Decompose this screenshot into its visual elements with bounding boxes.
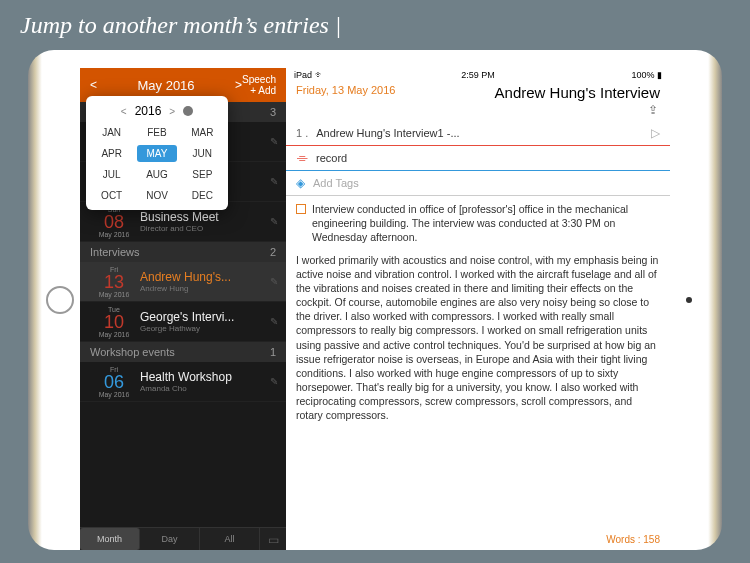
clock: 2:59 PM bbox=[461, 70, 495, 80]
banner-text: Jump to another month’s entries | bbox=[20, 12, 341, 39]
month-cell-may[interactable]: MAY bbox=[137, 145, 176, 162]
screen: < May 2016 > Speech + Add Group Meetings… bbox=[80, 68, 670, 550]
month-cell-feb[interactable]: FEB bbox=[137, 124, 176, 141]
edit-icon[interactable]: ✎ bbox=[270, 216, 278, 227]
tags-placeholder: Add Tags bbox=[313, 177, 359, 189]
today-dot-icon[interactable] bbox=[183, 106, 193, 116]
tab-month[interactable]: Month bbox=[80, 528, 140, 550]
prev-month-icon[interactable]: < bbox=[90, 78, 97, 92]
month-cell-apr[interactable]: APR bbox=[92, 145, 131, 162]
next-year-icon[interactable]: > bbox=[169, 106, 175, 117]
home-button[interactable] bbox=[46, 286, 74, 314]
entry-date: Tue10May 2016 bbox=[88, 306, 140, 338]
track-number: 1 . bbox=[296, 127, 308, 139]
year-value: 2016 bbox=[135, 104, 162, 118]
record-label: record bbox=[316, 152, 347, 164]
camera-dot bbox=[686, 297, 692, 303]
play-icon[interactable]: ▷ bbox=[651, 126, 660, 140]
view-tabs: MonthDayAll ▭ bbox=[80, 527, 286, 550]
mic-icon: ⌯ bbox=[296, 151, 308, 165]
ipad-frame: < May 2016 > Speech + Add Group Meetings… bbox=[28, 50, 722, 550]
entry-info: Andrew Hung's...Andrew Hung bbox=[140, 270, 270, 293]
share-icon[interactable]: ⇪ bbox=[286, 103, 670, 121]
entry-title: Andrew Hung's... bbox=[140, 270, 270, 284]
entry-info: George's Intervi...George Hathway bbox=[140, 310, 270, 333]
month-cell-mar[interactable]: MAR bbox=[183, 124, 222, 141]
entry-date: Sun08May 2016 bbox=[88, 206, 140, 238]
tab-all[interactable]: All bbox=[200, 528, 260, 550]
detail-date: Friday, 13 May 2016 bbox=[296, 84, 395, 96]
section-count: 1 bbox=[270, 346, 276, 358]
note-body[interactable]: Interview conducted in office of [profes… bbox=[286, 196, 670, 531]
section-header[interactable]: Interviews2 bbox=[80, 242, 286, 262]
tag-icon: ◈ bbox=[296, 176, 305, 190]
image-view-icon[interactable]: ▭ bbox=[260, 528, 286, 550]
entry-subtitle: Amanda Cho bbox=[140, 384, 270, 393]
month-cell-aug[interactable]: AUG bbox=[137, 166, 176, 183]
section-header[interactable]: Workshop events1 bbox=[80, 342, 286, 362]
entry-title: Business Meet bbox=[140, 210, 270, 224]
entry-subtitle: Andrew Hung bbox=[140, 284, 270, 293]
entry-subtitle: George Hathway bbox=[140, 324, 270, 333]
entry-info: Health WorkshopAmanda Cho bbox=[140, 370, 270, 393]
entry-info: Business MeetDirector and CEO bbox=[140, 210, 270, 233]
month-cell-oct[interactable]: OCT bbox=[92, 187, 131, 204]
track-title: Andrew Hung's Interview1 -... bbox=[316, 127, 459, 139]
month-cell-dec[interactable]: DEC bbox=[183, 187, 222, 204]
entry-title: Health Workshop bbox=[140, 370, 270, 384]
section-count: 3 bbox=[270, 106, 276, 118]
note-icon bbox=[296, 204, 306, 214]
intro-text: Interview conducted in office of [profes… bbox=[312, 202, 660, 245]
detail-title: Andrew Hung's Interview bbox=[495, 84, 660, 101]
tags-row[interactable]: ◈ Add Tags bbox=[286, 171, 670, 195]
month-grid: JANFEBMARAPRMAYJUNJULAUGSEPOCTNOVDEC bbox=[92, 124, 222, 204]
edit-icon[interactable]: ✎ bbox=[270, 276, 278, 287]
entry-row[interactable]: Fri06May 2016Health WorkshopAmanda Cho✎ bbox=[80, 362, 286, 402]
speech-label: Speech bbox=[242, 74, 276, 85]
edit-icon[interactable]: ✎ bbox=[270, 176, 278, 187]
body-text: I worked primarily with acoustics and no… bbox=[296, 253, 660, 423]
month-cell-jul[interactable]: JUL bbox=[92, 166, 131, 183]
carrier: iPad ᯤ bbox=[294, 70, 354, 80]
entry-row[interactable]: Fri13May 2016Andrew Hung's...Andrew Hung… bbox=[80, 262, 286, 302]
edit-icon[interactable]: ✎ bbox=[270, 136, 278, 147]
speech-add[interactable]: Speech + Add bbox=[242, 74, 276, 96]
section-title: Interviews bbox=[90, 246, 140, 258]
record-row[interactable]: ⌯ record bbox=[286, 146, 670, 170]
detail-header: Friday, 13 May 2016 Andrew Hung's Interv… bbox=[286, 82, 670, 103]
detail-pane: iPad ᯤ 2:59 PM 100% ▮ Friday, 13 May 201… bbox=[286, 68, 670, 550]
current-month[interactable]: May 2016 bbox=[97, 78, 235, 93]
edit-icon[interactable]: ✎ bbox=[270, 316, 278, 327]
wifi-icon: ᯤ bbox=[315, 70, 324, 80]
entry-subtitle: Director and CEO bbox=[140, 224, 270, 233]
tab-day[interactable]: Day bbox=[140, 528, 200, 550]
word-count: Words : 158 bbox=[286, 531, 670, 550]
audio-track-row[interactable]: 1 . Andrew Hung's Interview1 -... ▷ bbox=[286, 121, 670, 145]
month-cell-sep[interactable]: SEP bbox=[183, 166, 222, 183]
month-cell-jun[interactable]: JUN bbox=[183, 145, 222, 162]
entry-row[interactable]: Tue10May 2016George's Intervi...George H… bbox=[80, 302, 286, 342]
month-cell-jan[interactable]: JAN bbox=[92, 124, 131, 141]
next-month-icon[interactable]: > bbox=[235, 78, 242, 92]
section-title: Workshop events bbox=[90, 346, 175, 358]
sidebar: < May 2016 > Speech + Add Group Meetings… bbox=[80, 68, 286, 550]
month-cell-nov[interactable]: NOV bbox=[137, 187, 176, 204]
year-row: < 2016 > bbox=[92, 102, 222, 124]
section-count: 2 bbox=[270, 246, 276, 258]
prev-year-icon[interactable]: < bbox=[121, 106, 127, 117]
entry-date: Fri06May 2016 bbox=[88, 366, 140, 398]
month-picker: < 2016 > JANFEBMARAPRMAYJUNJULAUGSEPOCTN… bbox=[86, 96, 228, 210]
entry-date: Fri13May 2016 bbox=[88, 266, 140, 298]
entry-title: George's Intervi... bbox=[140, 310, 270, 324]
add-label: + Add bbox=[242, 85, 276, 96]
battery: 100% ▮ bbox=[602, 70, 662, 80]
status-bar: iPad ᯤ 2:59 PM 100% ▮ bbox=[286, 68, 670, 82]
edit-icon[interactable]: ✎ bbox=[270, 376, 278, 387]
